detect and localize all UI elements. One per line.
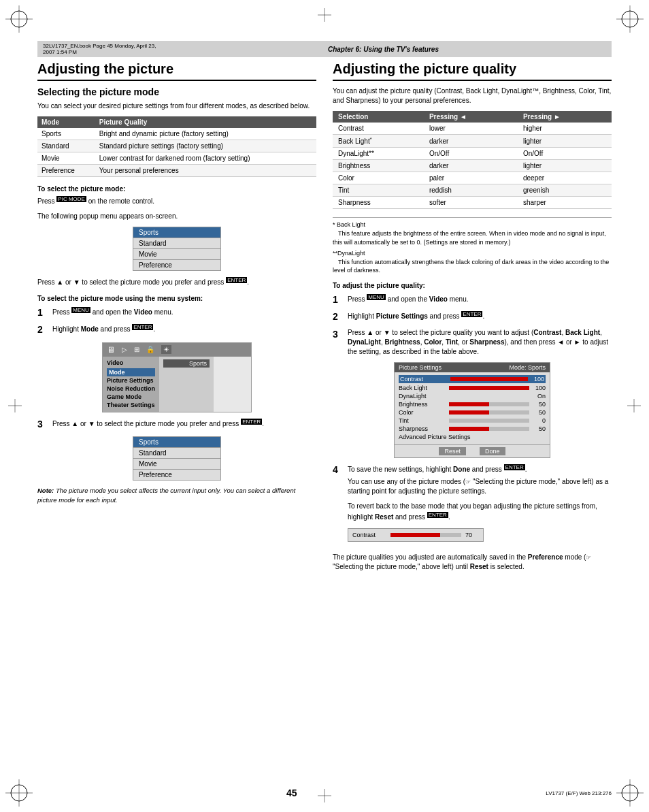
sel-cell: Sharpness (333, 197, 424, 209)
left-column: Adjusting the picture Selecting the pict… (37, 61, 316, 771)
header-bar: 32LV1737_EN.book Page 45 Monday, April 2… (37, 41, 612, 57)
footnotes-section: * Back Light This feature adjusts the br… (333, 217, 612, 275)
ps-backlight-bar (449, 386, 529, 390)
popup-menu-1: Sports Standard Movie Preference (133, 227, 221, 271)
ps-advanced-row: Advanced Picture Settings (399, 434, 546, 440)
reset-btn[interactable]: Reset (439, 447, 466, 455)
quality-cell: Lower contrast for darkened room (factor… (95, 152, 316, 165)
ps-color-row: Color 50 (399, 409, 546, 416)
contrast-lbl: Contrast (533, 329, 561, 336)
step-content-2: Highlight Mode and press ENTER. (52, 323, 316, 337)
page-number: 45 (286, 787, 297, 798)
right-step-3: 3 Press ▲ or ▼ to select the picture qua… (333, 328, 612, 357)
contrast-bar-img: Contrast 70 (348, 528, 484, 542)
vmenu-right-content (163, 370, 210, 372)
sel-cell: DynaLight** (333, 148, 424, 160)
step-content-3: Press ▲ or ▼ to select the picture mode … (52, 418, 316, 432)
sharpness-lbl: Sharpness (469, 338, 504, 346)
enter-btn-r4: ENTER (504, 464, 525, 470)
table-row: Tint reddish greenish (333, 184, 612, 197)
press-left-cell: On/Off (424, 148, 518, 160)
mode-cell: Standard (37, 140, 95, 152)
step-num-2: 2 (37, 323, 48, 337)
enter-btn-3: ENTER (241, 419, 262, 425)
pic-settings-screenshot: Picture Settings Mode: Sports Contrast 1… (394, 362, 550, 458)
menu-item-sports-2: Sports (133, 437, 220, 448)
mode-cell: Movie (37, 152, 95, 165)
popup-menu-2: Sports Standard Movie Preference (133, 436, 221, 481)
header-file: 32LV1737_EN.book Page 45 Monday, April 2… (43, 43, 161, 55)
note-label: Note: (37, 487, 54, 494)
steps-container-left: 1 Press MENU and open the Video menu. 2 … (37, 306, 316, 337)
adjust-quality-label: To adjust the picture quality: (333, 282, 612, 289)
menu-item-preference-2: Preference (133, 470, 220, 480)
press-right-cell: deeper (518, 172, 612, 184)
pic-settings-label: Picture Settings (376, 313, 428, 321)
vmenu-theater-row: Theater Settings (107, 401, 155, 409)
done-btn[interactable]: Done (480, 447, 505, 455)
vmenu-theater-label: Theater Settings (107, 402, 155, 408)
sel-cell: Contrast (333, 123, 424, 135)
table-row: Movie Lower contrast for darkened room (… (37, 152, 316, 165)
left-step-3: 3 Press ▲ or ▼ to select the picture mod… (37, 418, 316, 432)
ps-sharpness-label: Sharpness (399, 425, 446, 432)
center-mark-right (627, 399, 641, 414)
enter-btn-2: ENTER (132, 324, 153, 330)
menu-item-sports-1: Sports (133, 227, 220, 238)
vmenu-pic-row: Picture Settings (107, 376, 155, 385)
right-section-title: Adjusting the picture quality (333, 61, 612, 81)
pic-settings-body: Contrast 100 Back Light 100 (395, 372, 550, 444)
corner-mark-br (616, 779, 644, 807)
table-row: Contrast lower higher (333, 123, 612, 135)
step-num-1: 1 (37, 306, 48, 320)
reset-label-r4: Reset (375, 514, 393, 521)
ps-sharpness-bar (449, 427, 529, 431)
select-mode-label: To select the picture mode: (37, 185, 316, 193)
final-paragraph: The picture qualities you adjusted are a… (333, 553, 612, 572)
left-step-1: 1 Press MENU and open the Video menu. (37, 306, 316, 320)
center-mark-left (8, 399, 22, 414)
left-section-title: Adjusting the picture (37, 61, 316, 81)
corner-mark-bl (5, 779, 33, 807)
reset-label-final: Reset (470, 563, 488, 570)
quality-table: Selection Pressing ◄ Pressing ► Contrast… (333, 111, 612, 209)
press-left-cell: darker (424, 160, 518, 172)
video-menu-body: Video Mode Picture Settings Noise Reduct… (103, 357, 251, 412)
cb-bar (390, 533, 461, 537)
video-menu-icons: 🖥 ▷ ⊞ 🔒 ☀ (103, 343, 251, 357)
press-left-cell: darker (424, 135, 518, 148)
video-label-1: Video (134, 308, 152, 316)
footnote-backlight: * Back Light This feature adjusts the br… (333, 221, 612, 246)
ps-backlight-value: 100 (532, 385, 546, 391)
sel-cell: Tint (333, 184, 424, 197)
icon-triangle: ▷ (122, 346, 127, 353)
left-subsection-title: Selecting the picture mode (37, 86, 316, 97)
ps-advanced-label: Advanced Picture Settings (399, 434, 471, 440)
menu-item-movie-2: Movie (133, 459, 220, 470)
menu-item-movie-1: Movie (133, 249, 220, 260)
ps-dynalight-value: On (449, 393, 546, 400)
mode-label: Mode (81, 326, 99, 334)
menu-btn-r1: MENU (367, 294, 386, 300)
menu-btn-1: MENU (71, 307, 90, 313)
ps-brightness-fill (449, 402, 489, 406)
press-right-cell: higher (518, 123, 612, 135)
right-intro-text: You can adjust the picture quality (Cont… (333, 86, 612, 105)
ps-sharpness-value: 50 (532, 425, 546, 432)
ps-tint-value: 0 (532, 417, 546, 424)
ps-tint-bar (449, 419, 529, 423)
note-text: Note: The picture mode you select affect… (37, 486, 316, 504)
quality-cell: Bright and dynamic picture (factory sett… (95, 128, 316, 140)
press-left-col-header: Pressing ◄ (424, 111, 518, 123)
right-step-num-4: 4 (333, 464, 344, 546)
table-row: Back Light* darker lighter (333, 135, 612, 148)
ps-brightness-row: Brightness 50 (399, 401, 546, 408)
icon-sun: ☀ (161, 345, 171, 354)
mode-table: Mode Picture Quality Sports Bright and d… (37, 116, 316, 177)
footnote-backlight-text: This feature adjusts the brightness of t… (333, 230, 606, 246)
brightness-lbl: Brightness (384, 338, 420, 346)
quality-cell: Standard picture settings (factory setti… (95, 140, 316, 152)
press-left-cell: softer (424, 197, 518, 209)
pic-settings-header-left: Picture Settings (399, 364, 442, 371)
right-step-1: 1 Press MENU and open the Video menu. (333, 293, 612, 307)
